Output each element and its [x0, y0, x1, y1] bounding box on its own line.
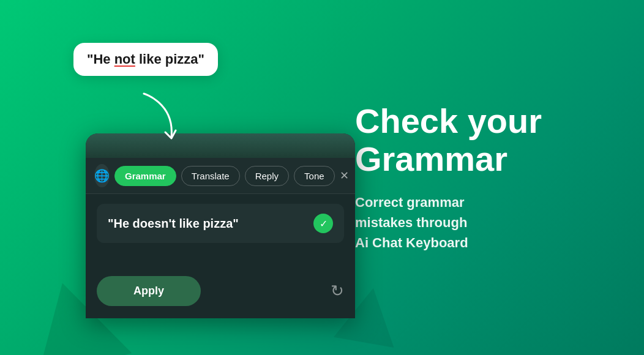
tab-tone[interactable]: Tone — [294, 166, 335, 186]
headline-line1: Check your — [355, 102, 612, 140]
subtext-line2: mistakes through — [355, 212, 612, 233]
close-button[interactable]: ✕ — [340, 169, 349, 182]
tab-grammar[interactable]: Grammar — [114, 166, 176, 186]
toolbar: 🌐 Grammar Translate Reply Tone ✕ — [86, 158, 355, 194]
right-section: Check your Grammar Correct grammar mista… — [355, 102, 612, 253]
apply-button[interactable]: Apply — [97, 276, 201, 306]
mockup-bottom: Apply ↻ — [86, 267, 355, 318]
close-icon: ✕ — [340, 170, 349, 182]
corrected-text-box: "He doesn't like pizza" ✓ — [97, 204, 344, 243]
refresh-icon: ↻ — [331, 282, 344, 300]
subtext: Correct grammar mistakes through Ai Chat… — [355, 192, 612, 253]
left-section: "He not like pizza" 🌐 Grammar Translate … — [37, 24, 355, 331]
globe-button[interactable]: 🌐 — [94, 164, 110, 187]
bubble-underlined: not — [114, 51, 135, 67]
check-icon: ✓ — [320, 218, 328, 230]
arrow-container — [132, 91, 181, 148]
arrow-icon — [132, 91, 181, 146]
globe-icon: 🌐 — [94, 168, 110, 183]
speech-bubble: "He not like pizza" — [73, 43, 218, 76]
bubble-suffix: like pizza" — [135, 51, 204, 67]
mockup-content: "He doesn't like pizza" ✓ — [86, 194, 355, 267]
headline: Check your Grammar — [355, 102, 612, 177]
phone-mockup: 🌐 Grammar Translate Reply Tone ✕ "He doe… — [86, 133, 355, 318]
headline-line2: Grammar — [355, 140, 612, 178]
subtext-line1: Correct grammar — [355, 192, 612, 212]
bubble-prefix: "He — [87, 51, 114, 67]
mockup-top-bar — [86, 133, 355, 158]
corrected-text: "He doesn't like pizza" — [108, 217, 306, 231]
tab-translate[interactable]: Translate — [181, 166, 240, 186]
subtext-line3: Ai Chat Keyboard — [355, 233, 612, 253]
refresh-button[interactable]: ↻ — [331, 282, 344, 301]
tab-reply[interactable]: Reply — [245, 166, 289, 186]
check-badge: ✓ — [313, 214, 333, 233]
